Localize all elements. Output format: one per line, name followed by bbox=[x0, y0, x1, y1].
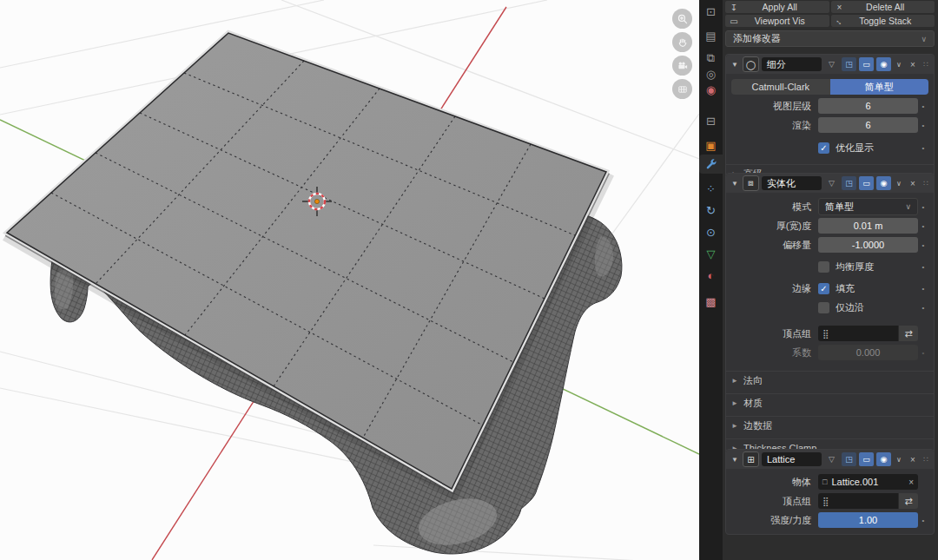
chevron-down-icon: ∨ bbox=[905, 202, 911, 211]
tab-object-data-properties[interactable]: ▽ bbox=[699, 244, 723, 263]
decorator-dot[interactable]: • bbox=[918, 203, 928, 211]
decorator-dot[interactable]: • bbox=[918, 285, 928, 293]
show-on-cage-toggle[interactable]: ▽ bbox=[824, 176, 839, 190]
offset-field[interactable]: -1.0000 bbox=[818, 237, 918, 253]
vertex-group-field[interactable]: ⣿ bbox=[818, 493, 898, 509]
apply-all-button[interactable]: ↧ Apply All bbox=[725, 1, 829, 13]
decorator-dot[interactable]: • bbox=[918, 102, 928, 110]
decorator-dot[interactable]: • bbox=[918, 222, 928, 230]
show-in-render-toggle[interactable]: ◉ bbox=[876, 452, 891, 466]
add-modifier-dropdown[interactable]: 添加修改器 ∨ bbox=[725, 30, 935, 47]
decorator-dot[interactable]: • bbox=[918, 122, 928, 129]
modifier-name-field[interactable]: 实体化 bbox=[762, 176, 822, 190]
show-in-editmode-toggle[interactable]: ◳ bbox=[842, 57, 856, 71]
invert-vertex-group-button[interactable]: ⇄ bbox=[898, 326, 918, 341]
solidify-mode-dropdown[interactable]: 简单型 ∨ bbox=[818, 198, 918, 215]
modifier-extras-chevron-icon[interactable]: ∨ bbox=[894, 456, 904, 464]
show-in-viewport-toggle[interactable]: ▭ bbox=[859, 57, 874, 71]
mode-label: 模式 bbox=[726, 201, 818, 214]
tab-material-properties[interactable]: ◐ bbox=[699, 266, 723, 285]
materials-subpanel[interactable]: ► 材质 bbox=[726, 393, 934, 412]
only-rim-checkbox[interactable] bbox=[818, 302, 829, 313]
vertex-group-icon: ⣿ bbox=[822, 329, 829, 339]
strength-slider[interactable]: 1.00 bbox=[818, 512, 918, 528]
toggle-stack-button[interactable]: ↔ Toggle Stack bbox=[831, 15, 935, 27]
vertex-group-field[interactable]: ⣿ bbox=[818, 326, 898, 341]
tab-particle-properties[interactable]: ⁘ bbox=[699, 179, 723, 198]
show-in-viewport-toggle[interactable]: ▭ bbox=[859, 176, 874, 190]
tab-collection-properties[interactable]: ⊟ bbox=[699, 111, 723, 130]
show-on-cage-toggle[interactable]: ▽ bbox=[824, 452, 839, 466]
show-in-render-toggle[interactable]: ◉ bbox=[876, 176, 891, 190]
viewport-levels-field[interactable]: 6 bbox=[818, 98, 918, 114]
collapse-triangle-icon[interactable]: ▼ bbox=[730, 456, 740, 464]
materials-label: 材质 bbox=[743, 397, 763, 410]
modifier-extras-chevron-icon[interactable]: ∨ bbox=[894, 180, 904, 188]
tab-physics-properties[interactable]: ↻ bbox=[699, 201, 723, 220]
edge-data-subpanel[interactable]: ► 边数据 bbox=[726, 416, 934, 434]
drag-grip-icon[interactable]: ∷ bbox=[921, 179, 930, 188]
show-in-viewport-toggle[interactable]: ▭ bbox=[859, 452, 874, 466]
modifier-name-field[interactable]: Lattice bbox=[762, 452, 822, 466]
modifier-name-field[interactable]: 细分 bbox=[762, 57, 822, 71]
camera-view-gizmo[interactable] bbox=[672, 56, 692, 76]
factor-field[interactable]: 0.000 bbox=[818, 345, 918, 360]
remove-modifier-icon[interactable]: × bbox=[907, 60, 919, 69]
show-in-render-toggle[interactable]: ◉ bbox=[876, 57, 891, 71]
decorator-dot[interactable]: • bbox=[918, 263, 928, 271]
modifier-subsurf-header[interactable]: ▼ ◯ 细分 ▽ ◳ ▭ ◉ ∨ × ∷ bbox=[726, 55, 934, 74]
tab-modifier-properties[interactable] bbox=[699, 155, 723, 174]
subdivision-type-segmented: Catmull-Clark 简单型 bbox=[731, 79, 928, 95]
remove-modifier-icon[interactable]: × bbox=[907, 455, 919, 464]
clear-object-icon[interactable]: × bbox=[908, 478, 914, 487]
tab-render-properties[interactable]: ⊡ bbox=[699, 2, 723, 21]
viewport-vis-button[interactable]: ▭ Viewport Vis bbox=[725, 15, 829, 27]
tab-object-properties[interactable]: ▣ bbox=[699, 135, 723, 155]
expand-right-icon: ► bbox=[726, 422, 743, 430]
ortho-toggle-gizmo[interactable] bbox=[672, 79, 692, 99]
thickness-field[interactable]: 0.01 m bbox=[818, 218, 918, 234]
rim-fill-checkbox[interactable]: ✓ bbox=[818, 283, 829, 294]
modifier-lattice-header[interactable]: ▼ ⊞ Lattice ▽ ◳ ▭ ◉ ∨ × ∷ bbox=[726, 450, 934, 469]
render-levels-field[interactable]: 6 bbox=[818, 117, 918, 133]
show-in-editmode-toggle[interactable]: ◳ bbox=[842, 452, 856, 466]
tab-constraint-properties[interactable]: ⊙ bbox=[699, 222, 723, 241]
viewport-3d[interactable] bbox=[0, 0, 699, 560]
texture-icon: ▩ bbox=[705, 295, 716, 308]
delete-all-button[interactable]: × Delete All bbox=[831, 1, 935, 13]
decorator-dot[interactable]: • bbox=[918, 517, 928, 524]
simple-segment[interactable]: 简单型 bbox=[830, 79, 929, 95]
modifier-solidify-header[interactable]: ▼ ⧈ 实体化 ▽ ◳ ▭ ◉ ∨ × ∷ bbox=[726, 174, 934, 193]
vertex-group-label: 顶点组 bbox=[726, 327, 818, 340]
decorator-dot[interactable]: • bbox=[918, 241, 928, 249]
remove-modifier-icon[interactable]: × bbox=[907, 179, 919, 188]
optimal-display-row: ✓ 优化显示 • bbox=[726, 140, 928, 155]
optimal-display-checkbox[interactable]: ✓ bbox=[818, 142, 829, 154]
swap-arrows-icon: ⇄ bbox=[904, 328, 912, 339]
object-icon: ▣ bbox=[705, 139, 716, 152]
even-thickness-checkbox[interactable] bbox=[818, 261, 829, 273]
normals-label: 法向 bbox=[743, 374, 763, 387]
expand-right-icon: ► bbox=[726, 399, 743, 407]
modifier-extras-chevron-icon[interactable]: ∨ bbox=[894, 61, 904, 69]
drag-grip-icon[interactable]: ∷ bbox=[921, 60, 930, 69]
tab-texture-properties[interactable]: ▩ bbox=[699, 292, 723, 311]
tab-output-properties[interactable]: ▤ bbox=[699, 26, 723, 45]
tab-world-properties[interactable]: ◉ bbox=[699, 80, 723, 99]
collapse-triangle-icon[interactable]: ▼ bbox=[730, 61, 740, 69]
collapse-triangle-icon[interactable]: ▼ bbox=[730, 180, 740, 188]
invert-vertex-group-button[interactable]: ⇄ bbox=[898, 493, 918, 509]
pan-gizmo[interactable] bbox=[672, 32, 692, 52]
catmull-clark-segment[interactable]: Catmull-Clark bbox=[731, 79, 830, 95]
normals-subpanel[interactable]: ► 法向 bbox=[726, 371, 934, 389]
blender-window: ⊡ ▤ ⧉ ◎ ◉ ⊟ ▣ ⁘ ↻ ⊙ ▽ ◐ ▩ ↧ Apply All × … bbox=[0, 0, 938, 560]
show-on-cage-toggle[interactable]: ▽ bbox=[824, 57, 839, 71]
show-in-editmode-toggle[interactable]: ◳ bbox=[842, 176, 856, 190]
zoom-gizmo[interactable] bbox=[672, 9, 692, 29]
drag-grip-icon[interactable]: ∷ bbox=[921, 455, 930, 464]
viewport-scene bbox=[0, 0, 699, 560]
decorator-dot[interactable]: • bbox=[918, 349, 928, 357]
decorator-dot[interactable]: • bbox=[918, 304, 928, 312]
lattice-object-field[interactable]: □ Lattice.001 × bbox=[818, 474, 918, 490]
decorator-dot[interactable]: • bbox=[918, 144, 928, 152]
